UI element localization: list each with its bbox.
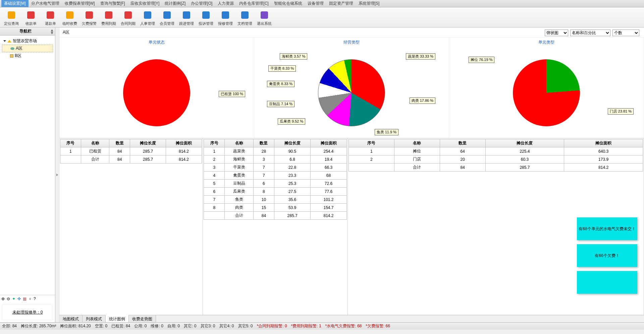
table-row[interactable]: 4禽蛋类723.368	[204, 172, 347, 180]
refund-button[interactable]: 退款单	[41, 8, 60, 27]
pie-wrap: 蔬菜类 33.33 % 肉类 17.86 % 鱼类 11.9 % 瓜果类 9.5…	[254, 47, 449, 138]
bottom-tab[interactable]: 地图模式	[59, 315, 83, 322]
callout: 摊位 76.19 %	[469, 57, 494, 63]
cell: 海鲜类	[225, 155, 253, 163]
bulb-icon[interactable]: ♀	[29, 296, 32, 301]
menu-item[interactable]: 查询与预警[F]	[98, 0, 128, 7]
cell: 77.6	[311, 188, 347, 196]
menu-item[interactable]: 应收实收管理[Y]	[128, 0, 162, 7]
table-row[interactable]: 2门店2060.3173.9	[349, 155, 643, 163]
menu-item[interactable]: 统计图例[Z]	[162, 0, 188, 7]
zoom-out-icon[interactable]: ⊖	[7, 296, 10, 301]
cell: 合计	[225, 212, 253, 220]
menu-item[interactable]: 固定资产管理	[326, 0, 356, 7]
chart-biz-type: 经营类型 蔬菜类 33.33 % 肉类 17.86 % 鱼类 11.9 % 瓜果…	[254, 38, 449, 138]
menu-item[interactable]: 内务仓库管理[C]	[236, 0, 271, 7]
receipt-button[interactable]: 收款单	[21, 8, 40, 27]
table-row[interactable]: 5豆制品625.372.6	[204, 180, 347, 188]
panel-collapse-handle[interactable]	[55, 27, 59, 322]
toolbar-label: 定位查询	[4, 21, 19, 26]
menu-item[interactable]: 分户水电气管理	[29, 0, 62, 7]
help-icon[interactable]: ?	[34, 296, 36, 301]
cell: 22.8	[274, 163, 311, 172]
toast-notification[interactable]	[577, 271, 637, 294]
cell: 814.2	[564, 163, 643, 172]
menu-item[interactable]: 人力资源	[215, 0, 236, 7]
menu-item[interactable]: 办公管理[O]	[188, 0, 215, 7]
cell: 814.2	[311, 212, 347, 220]
cell: 64	[440, 147, 485, 155]
tree-root[interactable]: 智慧农贸市场	[2, 38, 53, 45]
status-warning: *水电气欠费报警: 68	[325, 323, 362, 329]
cell: 蔬菜类	[225, 147, 253, 155]
table-row[interactable]: 1摊位64225.4640.3	[349, 147, 643, 155]
cell: 101.2	[311, 196, 347, 204]
follow-button[interactable]: 跟进管理	[177, 8, 196, 27]
repair-button[interactable]: 报修管理	[216, 8, 235, 27]
chart-unit-status: 单元状态 已租赁 100 %	[59, 38, 254, 138]
fee-due-button[interactable]: 费用到期	[99, 8, 118, 27]
doc-button[interactable]: 文档管理	[235, 8, 254, 27]
table-row[interactable]: 2海鲜类36.819.4	[204, 155, 347, 163]
arrears-button[interactable]: 欠费报警	[80, 8, 99, 27]
zoom-in-icon[interactable]: ⊕	[1, 296, 5, 301]
pie-chart	[123, 59, 190, 126]
bottom-tab[interactable]: 收费走势图	[129, 315, 156, 322]
cell: 6.8	[274, 155, 311, 163]
tree-root-label: 智慧农贸市场	[13, 38, 37, 44]
cell: 摊位	[394, 147, 440, 155]
callout: 已租赁 100 %	[219, 91, 245, 97]
toast-notification[interactable]: 有66个欠费！	[577, 244, 637, 267]
table-row[interactable]: 合计84285.7814.2	[60, 155, 202, 163]
contract-due-button[interactable]: 合同到期	[119, 8, 138, 27]
menu-item[interactable]: 系统管理[S]	[356, 0, 382, 7]
cell: 90.5	[274, 147, 311, 155]
svg-rect-10	[202, 11, 210, 19]
cell: 23.3	[274, 172, 311, 180]
toast-notification[interactable]: 有68个单元的水电气欠费未交！	[577, 217, 637, 240]
col-header: 序号	[60, 139, 81, 147]
sidebar-collapse-icon[interactable]: ▴▾	[50, 29, 54, 34]
col-header: 摊位长度	[485, 139, 564, 147]
cell: 3	[204, 163, 225, 172]
menu-item[interactable]: 设备管理	[305, 0, 326, 7]
chart-type-select[interactable]: 饼状图	[545, 29, 568, 36]
table-row[interactable]: 7鱼类1035.6101.2	[204, 196, 347, 204]
cell: 1	[349, 147, 394, 155]
hr-button[interactable]: 人事管理	[138, 8, 157, 27]
grid-icon[interactable]: ▦	[23, 296, 26, 301]
bottom-tab[interactable]: 列表模式	[83, 315, 106, 322]
menu-item[interactable]: 智能化仓储系统	[271, 0, 305, 7]
complain-button[interactable]: 投诉管理	[197, 8, 215, 27]
locate-button[interactable]: 定位查询	[2, 8, 21, 27]
target-icon[interactable]: ✦	[12, 296, 15, 301]
label-mode-select[interactable]: 名称和百分比	[570, 29, 610, 36]
table-row[interactable]: 3干菜类722.866.3	[204, 163, 347, 172]
member-button[interactable]: 会员管理	[158, 8, 176, 27]
unit-select[interactable]: 个数	[612, 29, 639, 36]
svg-rect-9	[183, 11, 190, 19]
table-row[interactable]: 8肉类1553.9154.7	[204, 204, 347, 212]
table-row[interactable]: 1蔬菜类2890.5254.4	[204, 147, 347, 155]
col-header: 摊位面积	[166, 139, 202, 147]
toolbar-label: 人事管理	[140, 21, 155, 26]
table-row[interactable]: 合计84285.7814.2	[204, 212, 347, 220]
pending-repair[interactable]: 未处理报修单：0	[2, 305, 53, 320]
temp-fee-button[interactable]: 临时收费	[60, 8, 79, 27]
col-header: 名称	[394, 139, 440, 147]
exit-button[interactable]: 退出系统	[255, 8, 274, 27]
menu-item[interactable]: 收费报表管理[W]	[62, 0, 98, 7]
cell: 鱼类	[225, 196, 253, 204]
bottom-tab[interactable]: 统计图例	[106, 315, 129, 322]
cell: 豆制品	[225, 180, 253, 188]
table-row[interactable]: 合计84285.7814.2	[349, 163, 643, 172]
table-row[interactable]: 1已租赁84285.7814.2	[60, 147, 202, 155]
cell: 225.4	[485, 147, 564, 155]
cell: 154.7	[311, 204, 347, 212]
compass-icon[interactable]: ✣	[17, 296, 21, 301]
menu-item[interactable]: 基础设置[M]	[1, 0, 29, 7]
tree-item[interactable]: B区	[2, 52, 53, 59]
table-row[interactable]: 6瓜果类827.577.6	[204, 188, 347, 196]
pie-chart	[318, 59, 385, 126]
tree-item[interactable]: A区	[2, 45, 53, 52]
